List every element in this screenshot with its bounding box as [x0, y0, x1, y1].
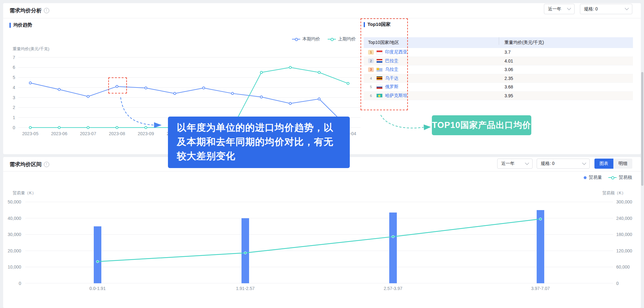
- svg-text:1.91-2.57: 1.91-2.57: [236, 286, 254, 291]
- note-line: 及本期和去年同期的均价对比，有无: [177, 135, 341, 149]
- trend-subtitle-label: 均价趋势: [13, 22, 32, 28]
- svg-text:300,000: 300,000: [616, 199, 632, 204]
- svg-text:2: 2: [13, 105, 15, 110]
- svg-text:40,000: 40,000: [8, 216, 21, 221]
- info-icon[interactable]: !: [44, 162, 49, 167]
- svg-text:5: 5: [13, 75, 15, 80]
- svg-text:120,000: 120,000: [616, 248, 632, 253]
- card1-title-row: 需求均价分析 !: [9, 7, 49, 14]
- demand-price-range-card: 需求均价区间 ! 近一年 规格: 0 图表 明细 贸易量 贸易额 贸易量（K） …: [3, 157, 641, 308]
- price-cell: 2.35: [499, 76, 633, 81]
- spec-select-2[interactable]: 规格: 0: [537, 159, 590, 169]
- svg-text:4: 4: [13, 85, 15, 90]
- card2-title-row: 需求均价区间 !: [9, 161, 49, 168]
- period-select-2[interactable]: 近一年: [497, 159, 533, 169]
- price-cell: 3.68: [499, 84, 633, 89]
- page-title-2: 需求均价区间: [9, 161, 42, 168]
- note-line: 以年度为单位的的进口均价趋势，以: [177, 120, 341, 135]
- top10-subtitle: Top10国家: [364, 21, 391, 27]
- accent-bar: [364, 22, 365, 27]
- chevron-down-icon: [567, 6, 571, 10]
- svg-text:60,000: 60,000: [616, 264, 630, 269]
- vertical-scrollbar[interactable]: [641, 72, 643, 186]
- highlight-box-2023-08: [108, 77, 127, 94]
- svg-text:2023-09: 2023-09: [138, 131, 154, 136]
- svg-text:0: 0: [19, 281, 21, 286]
- range-chart: 0010,00060,00020,000120,00030,000180,000…: [3, 188, 641, 295]
- teal-dashed-arrow: [376, 111, 436, 134]
- legend-item-amount[interactable]: 贸易额: [608, 175, 632, 180]
- demand-avg-price-analysis-card: 需求均价分析 ! 近一年 规格: 0 均价趋势 本期均价 上期均价 重量均价(美…: [3, 3, 641, 154]
- svg-text:0: 0: [616, 281, 619, 286]
- svg-text:3: 3: [13, 95, 15, 100]
- legend-item-volume[interactable]: 贸易量: [584, 175, 602, 180]
- chevron-down-icon: [525, 161, 529, 165]
- annotation-note-top10: TOP10国家产品出口均价: [432, 115, 531, 135]
- svg-text:6: 6: [13, 65, 15, 70]
- legend-item-current[interactable]: 本期均价: [292, 36, 320, 42]
- price-cell: 4.01: [499, 58, 633, 63]
- chevron-down-icon: [625, 6, 629, 10]
- spec-select[interactable]: 规格: 0: [580, 4, 632, 14]
- annotation-note-trend: 以年度为单位的的进口均价趋势，以 及本期和去年同期的均价对比，有无 较大差别变化: [168, 117, 350, 168]
- svg-text:7: 7: [13, 55, 15, 60]
- price-cell: 3.95: [499, 93, 633, 98]
- top10-title: Top10国家: [367, 21, 391, 27]
- divider: [3, 171, 641, 172]
- svg-text:3.97-7.07: 3.97-7.07: [531, 286, 550, 291]
- svg-text:240,000: 240,000: [616, 216, 632, 221]
- blue-dashed-arrow: [114, 92, 167, 130]
- spec-select-value: 规格: 0: [541, 161, 555, 166]
- svg-text:30,000: 30,000: [8, 232, 21, 237]
- line-marker-icon: [608, 177, 617, 178]
- price-cell: 3.7: [499, 50, 633, 55]
- svg-text:2023-07: 2023-07: [80, 131, 96, 136]
- line-marker-icon: [292, 39, 300, 39]
- info-icon[interactable]: !: [44, 8, 49, 13]
- accent-bar: [9, 23, 11, 28]
- page-title: 需求均价分析: [9, 7, 42, 14]
- dot-marker-icon: [584, 176, 587, 179]
- svg-text:10,000: 10,000: [8, 264, 21, 269]
- divider: [3, 18, 641, 18]
- legend-label: 上期均价: [338, 36, 356, 42]
- range-legend: 贸易量 贸易额: [584, 175, 632, 180]
- svg-text:2023-05: 2023-05: [22, 131, 39, 136]
- view-toggle: 图表 明细: [594, 159, 632, 169]
- legend-label: 贸易量: [589, 175, 602, 180]
- svg-text:0: 0: [13, 125, 15, 130]
- legend-label: 贸易额: [619, 175, 632, 180]
- toggle-chart-button[interactable]: 图表: [594, 159, 613, 169]
- svg-text:50,000: 50,000: [8, 199, 21, 204]
- chevron-down-icon: [582, 161, 586, 165]
- svg-text:0.0-1.91: 0.0-1.91: [89, 286, 106, 291]
- spec-select-value: 规格: 0: [584, 6, 598, 12]
- svg-text:2023-08: 2023-08: [109, 131, 125, 136]
- svg-text:2.57-3.97: 2.57-3.97: [384, 286, 402, 291]
- legend-item-previous[interactable]: 上期均价: [328, 36, 356, 42]
- svg-text:2023-06: 2023-06: [51, 131, 68, 136]
- legend-label: 本期均价: [302, 36, 320, 42]
- svg-text:180,000: 180,000: [616, 232, 632, 237]
- trend-subtitle: 均价趋势: [9, 22, 32, 28]
- note-line: 较大差别变化: [177, 149, 341, 163]
- toggle-detail-button[interactable]: 明细: [613, 159, 632, 169]
- svg-text:1: 1: [13, 115, 15, 120]
- highlight-box-top10: [361, 18, 408, 110]
- svg-text:20,000: 20,000: [8, 248, 21, 253]
- trend-legend: 本期均价 上期均价: [292, 36, 356, 42]
- period-select[interactable]: 近一年: [544, 4, 575, 14]
- period-select-value: 近一年: [548, 6, 561, 12]
- line-marker-icon: [328, 39, 336, 39]
- price-cell: 3.06: [499, 67, 633, 72]
- period-select-value: 近一年: [501, 161, 515, 166]
- column-header-price: 重量均价(美元/千克): [499, 40, 633, 45]
